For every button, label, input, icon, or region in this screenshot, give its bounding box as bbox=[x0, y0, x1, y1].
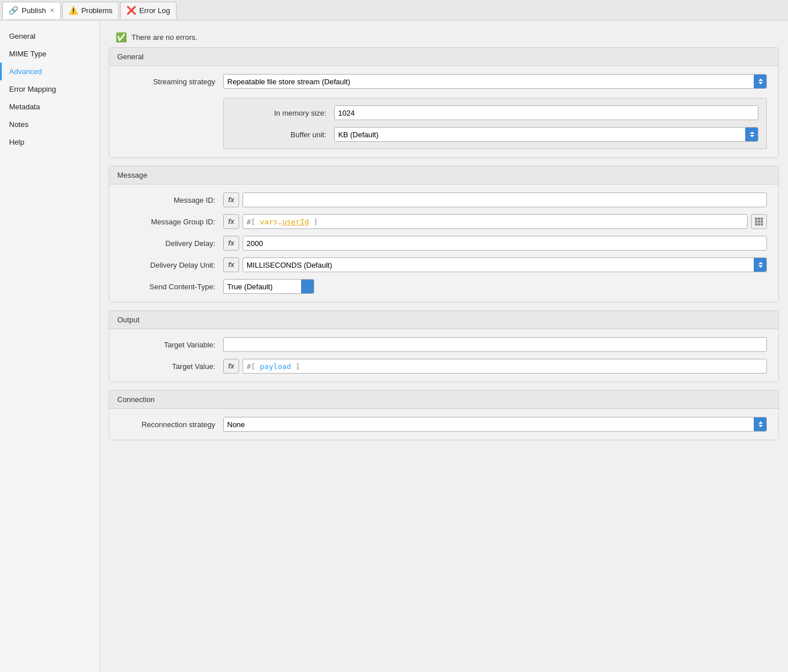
buffer-unit-label: Buffer unit: bbox=[232, 130, 334, 139]
sidebar-item-general[interactable]: General bbox=[0, 27, 99, 45]
sub-section-box: In memory size: 1024 Buffer unit: bbox=[223, 98, 767, 149]
send-content-type-select-wrapper[interactable]: True (Default) False bbox=[223, 279, 314, 294]
section-output-header: Output bbox=[109, 311, 778, 329]
reconnection-strategy-select[interactable]: None Standard Reconnection Reconnect For… bbox=[224, 417, 754, 431]
buffer-unit-chevron bbox=[745, 128, 758, 141]
section-output: Output Target Variable: Target Value: fx bbox=[109, 310, 779, 382]
message-id-fx-button[interactable]: fx bbox=[223, 192, 239, 207]
error-log-tab-icon: ❌ bbox=[126, 6, 136, 15]
status-message: There are no errors. bbox=[132, 33, 198, 42]
streaming-strategy-select-wrapper[interactable]: Repeatable file store stream (Default) R… bbox=[223, 74, 767, 89]
send-content-type-chevron bbox=[301, 280, 314, 293]
content-area: ✅ There are no errors. General Streaming… bbox=[100, 21, 788, 672]
publish-tab-close[interactable]: ✕ bbox=[50, 7, 55, 14]
svg-rect-2 bbox=[761, 218, 763, 220]
svg-rect-7 bbox=[758, 223, 760, 226]
problems-tab-label: Problems bbox=[81, 6, 113, 15]
send-content-type-row: Send Content-Type: True (Default) False bbox=[121, 279, 767, 294]
svg-rect-4 bbox=[758, 220, 760, 223]
tab-publish[interactable]: 🔗 Publish ✕ bbox=[2, 2, 61, 19]
svg-rect-1 bbox=[758, 218, 760, 220]
delivery-delay-unit-select[interactable]: MILLISECONDS (Default) SECONDS MINUTES H… bbox=[243, 258, 754, 272]
publish-tab-icon: 🔗 bbox=[9, 6, 18, 15]
delivery-delay-unit-label: Delivery Delay Unit: bbox=[121, 261, 223, 269]
status-ok-icon: ✅ bbox=[116, 32, 127, 43]
delivery-delay-unit-row: Delivery Delay Unit: fx MILLISECONDS (De… bbox=[121, 257, 767, 272]
target-value-expression: #[ payload ] bbox=[247, 362, 763, 371]
in-memory-size-row: In memory size: 1024 bbox=[232, 105, 758, 120]
section-connection-header: Connection bbox=[109, 391, 778, 408]
message-group-id-expr-field[interactable]: #[ vars.userId ] bbox=[243, 214, 748, 229]
section-general: General Streaming strategy Repeatable fi… bbox=[109, 47, 779, 158]
svg-rect-5 bbox=[761, 220, 763, 223]
svg-rect-0 bbox=[755, 218, 757, 220]
delivery-delay-fx-button[interactable]: fx bbox=[223, 236, 239, 251]
message-id-control: fx bbox=[223, 192, 767, 207]
in-memory-size-label: In memory size: bbox=[232, 109, 334, 117]
sidebar-item-error-mapping[interactable]: Error Mapping bbox=[0, 80, 99, 98]
problems-tab-icon: ⚠️ bbox=[68, 6, 78, 15]
tab-problems[interactable]: ⚠️ Problems bbox=[62, 2, 119, 19]
tab-bar: 🔗 Publish ✕ ⚠️ Problems ❌ Error Log bbox=[0, 0, 788, 21]
svg-rect-6 bbox=[755, 223, 757, 226]
streaming-strategy-select[interactable]: Repeatable file store stream (Default) R… bbox=[224, 75, 754, 88]
in-memory-size-control: 1024 bbox=[334, 105, 758, 120]
target-value-label: Target Value: bbox=[121, 362, 223, 371]
in-memory-size-input[interactable]: 1024 bbox=[334, 105, 758, 120]
sidebar-item-notes[interactable]: Notes bbox=[0, 116, 99, 133]
section-message-header: Message bbox=[109, 166, 778, 184]
target-value-expr-field[interactable]: #[ payload ] bbox=[243, 359, 767, 374]
sidebar-item-metadata[interactable]: Metadata bbox=[0, 98, 99, 116]
target-variable-input[interactable] bbox=[223, 337, 767, 352]
sidebar: General MIME Type Advanced Error Mapping… bbox=[0, 21, 100, 672]
buffer-unit-select-wrapper[interactable]: KB (Default) MB GB BYTE bbox=[334, 127, 758, 142]
section-output-body: Target Variable: Target Value: fx #[ pay… bbox=[109, 329, 778, 382]
grid-icon bbox=[754, 217, 764, 226]
message-group-id-expression: #[ vars.userId ] bbox=[247, 218, 744, 226]
section-general-body: Streaming strategy Repeatable file store… bbox=[109, 65, 778, 157]
reconnection-strategy-select-wrapper[interactable]: None Standard Reconnection Reconnect For… bbox=[223, 417, 767, 432]
reconnection-strategy-control: None Standard Reconnection Reconnect For… bbox=[223, 417, 767, 432]
section-message-body: Message ID: fx Message Group ID: fx #[ v… bbox=[109, 184, 778, 302]
streaming-strategy-chevron bbox=[754, 75, 766, 88]
message-id-row: Message ID: fx bbox=[121, 192, 767, 207]
section-connection: Connection Reconnection strategy None St… bbox=[109, 390, 779, 440]
tab-error-log[interactable]: ❌ Error Log bbox=[120, 2, 177, 19]
message-group-id-fx-button[interactable]: fx bbox=[223, 214, 239, 229]
send-content-type-label: Send Content-Type: bbox=[121, 282, 223, 291]
buffer-unit-control: KB (Default) MB GB BYTE bbox=[334, 127, 758, 142]
reconnection-strategy-chevron bbox=[754, 417, 766, 431]
target-variable-control bbox=[223, 337, 767, 352]
sidebar-item-mime-type[interactable]: MIME Type bbox=[0, 45, 99, 63]
svg-rect-3 bbox=[755, 220, 757, 223]
message-group-id-label: Message Group ID: bbox=[121, 218, 223, 226]
sidebar-item-help[interactable]: Help bbox=[0, 133, 99, 151]
message-id-label: Message ID: bbox=[121, 196, 223, 204]
send-content-type-control: True (Default) False bbox=[223, 279, 767, 294]
target-variable-label: Target Variable: bbox=[121, 341, 223, 349]
sub-section-row: In memory size: 1024 Buffer unit: bbox=[121, 96, 767, 149]
delivery-delay-unit-chevron bbox=[754, 258, 766, 272]
delivery-delay-unit-control: fx MILLISECONDS (Default) SECONDS MINUTE… bbox=[223, 257, 767, 272]
delivery-delay-label: Delivery Delay: bbox=[121, 239, 223, 248]
message-id-input[interactable] bbox=[243, 192, 767, 207]
section-general-header: General bbox=[109, 48, 778, 65]
target-value-fx-button[interactable]: fx bbox=[223, 359, 239, 374]
section-message: Message Message ID: fx Message Group ID:… bbox=[109, 166, 779, 302]
message-group-id-grid-button[interactable] bbox=[751, 214, 767, 229]
status-bar: ✅ There are no errors. bbox=[109, 27, 779, 47]
delivery-delay-row: Delivery Delay: fx bbox=[121, 236, 767, 251]
main-layout: General MIME Type Advanced Error Mapping… bbox=[0, 21, 788, 672]
error-log-tab-label: Error Log bbox=[139, 6, 170, 15]
streaming-strategy-row: Streaming strategy Repeatable file store… bbox=[121, 74, 767, 89]
send-content-type-select[interactable]: True (Default) False bbox=[224, 280, 301, 293]
delivery-delay-unit-fx-button[interactable]: fx bbox=[223, 257, 239, 272]
sidebar-item-advanced[interactable]: Advanced bbox=[0, 63, 99, 80]
streaming-strategy-control: Repeatable file store stream (Default) R… bbox=[223, 74, 767, 89]
delivery-delay-unit-select-wrapper[interactable]: MILLISECONDS (Default) SECONDS MINUTES H… bbox=[243, 257, 767, 272]
delivery-delay-control: fx bbox=[223, 236, 767, 251]
target-value-control: fx #[ payload ] bbox=[223, 359, 767, 374]
buffer-unit-row: Buffer unit: KB (Default) MB GB BYTE bbox=[232, 127, 758, 142]
buffer-unit-select[interactable]: KB (Default) MB GB BYTE bbox=[335, 128, 745, 141]
delivery-delay-input[interactable] bbox=[243, 236, 767, 251]
